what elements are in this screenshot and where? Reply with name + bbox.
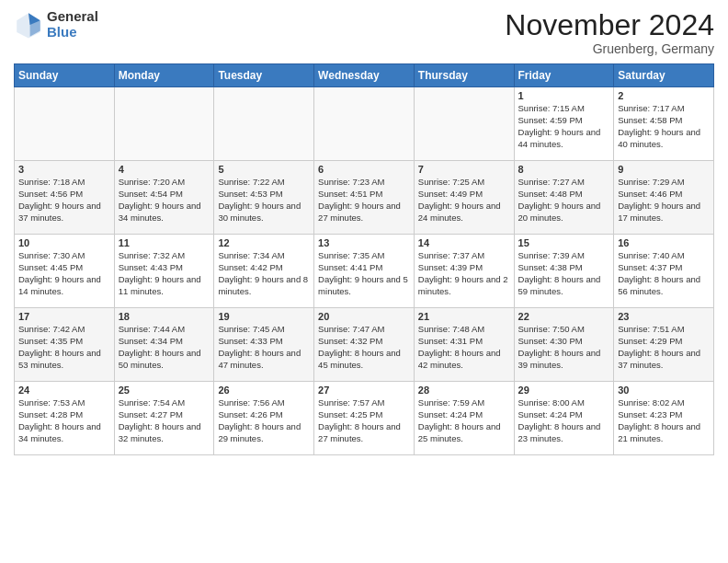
day-number: 18 [119, 311, 210, 322]
table-row: 21Sunrise: 7:48 AM Sunset: 4:31 PM Dayli… [414, 308, 514, 382]
day-info: Sunrise: 7:44 AM Sunset: 4:34 PM Dayligh… [119, 324, 210, 371]
table-row: 25Sunrise: 7:54 AM Sunset: 4:27 PM Dayli… [114, 382, 214, 455]
day-info: Sunrise: 7:50 AM Sunset: 4:30 PM Dayligh… [518, 324, 610, 371]
col-monday: Monday [114, 64, 214, 87]
day-number: 29 [518, 385, 610, 396]
table-row: 19Sunrise: 7:45 AM Sunset: 4:33 PM Dayli… [214, 308, 314, 382]
day-info: Sunrise: 7:17 AM Sunset: 4:58 PM Dayligh… [618, 103, 710, 150]
day-info: Sunrise: 7:32 AM Sunset: 4:43 PM Dayligh… [119, 250, 210, 297]
table-row [314, 87, 415, 161]
day-info: Sunrise: 7:51 AM Sunset: 4:29 PM Dayligh… [618, 324, 710, 371]
day-number: 20 [318, 311, 410, 322]
day-number: 15 [518, 237, 610, 248]
table-row: 30Sunrise: 8:02 AM Sunset: 4:23 PM Dayli… [614, 382, 714, 455]
col-thursday: Thursday [414, 64, 514, 87]
table-row: 8Sunrise: 7:27 AM Sunset: 4:48 PM Daylig… [514, 161, 614, 235]
day-info: Sunrise: 7:56 AM Sunset: 4:26 PM Dayligh… [218, 397, 310, 444]
day-number: 12 [218, 237, 310, 248]
table-row: 17Sunrise: 7:42 AM Sunset: 4:35 PM Dayli… [15, 308, 115, 382]
table-row: 26Sunrise: 7:56 AM Sunset: 4:26 PM Dayli… [214, 382, 314, 455]
day-info: Sunrise: 7:15 AM Sunset: 4:59 PM Dayligh… [518, 103, 610, 150]
day-info: Sunrise: 7:25 AM Sunset: 4:49 PM Dayligh… [418, 177, 510, 224]
col-sunday: Sunday [15, 64, 115, 87]
day-info: Sunrise: 7:37 AM Sunset: 4:39 PM Dayligh… [418, 250, 510, 297]
day-info: Sunrise: 7:40 AM Sunset: 4:37 PM Dayligh… [618, 250, 710, 297]
logo-icon [14, 10, 43, 40]
calendar-week-row: 17Sunrise: 7:42 AM Sunset: 4:35 PM Dayli… [15, 308, 714, 382]
day-info: Sunrise: 7:23 AM Sunset: 4:51 PM Dayligh… [318, 177, 410, 224]
day-info: Sunrise: 7:59 AM Sunset: 4:24 PM Dayligh… [418, 397, 510, 444]
table-row: 18Sunrise: 7:44 AM Sunset: 4:34 PM Dayli… [114, 308, 214, 382]
day-number: 5 [218, 164, 310, 175]
month-title: November 2024 [505, 9, 714, 41]
table-row: 29Sunrise: 8:00 AM Sunset: 4:24 PM Dayli… [514, 382, 614, 455]
table-row: 28Sunrise: 7:59 AM Sunset: 4:24 PM Dayli… [414, 382, 514, 455]
day-info: Sunrise: 7:42 AM Sunset: 4:35 PM Dayligh… [18, 324, 110, 371]
day-number: 11 [119, 237, 210, 248]
day-info: Sunrise: 7:30 AM Sunset: 4:45 PM Dayligh… [18, 250, 110, 297]
table-row: 16Sunrise: 7:40 AM Sunset: 4:37 PM Dayli… [614, 235, 714, 308]
day-number: 7 [418, 164, 510, 175]
location-subtitle: Gruenberg, Germany [505, 41, 714, 56]
table-row: 6Sunrise: 7:23 AM Sunset: 4:51 PM Daylig… [314, 161, 415, 235]
day-info: Sunrise: 7:57 AM Sunset: 4:25 PM Dayligh… [318, 397, 410, 444]
day-number: 30 [618, 385, 710, 396]
col-friday: Friday [514, 64, 614, 87]
table-row: 7Sunrise: 7:25 AM Sunset: 4:49 PM Daylig… [414, 161, 514, 235]
table-row: 2Sunrise: 7:17 AM Sunset: 4:58 PM Daylig… [614, 87, 714, 161]
calendar-week-row: 3Sunrise: 7:18 AM Sunset: 4:56 PM Daylig… [15, 161, 714, 235]
day-number: 14 [418, 237, 510, 248]
calendar-header-row: Sunday Monday Tuesday Wednesday Thursday… [15, 64, 714, 87]
day-number: 17 [18, 311, 110, 322]
day-number: 28 [418, 385, 510, 396]
day-number: 24 [18, 385, 110, 396]
col-saturday: Saturday [614, 64, 714, 87]
table-row: 13Sunrise: 7:35 AM Sunset: 4:41 PM Dayli… [314, 235, 415, 308]
day-number: 3 [18, 164, 110, 175]
table-row [114, 87, 214, 161]
day-info: Sunrise: 7:54 AM Sunset: 4:27 PM Dayligh… [119, 397, 210, 444]
day-info: Sunrise: 8:02 AM Sunset: 4:23 PM Dayligh… [618, 397, 710, 444]
table-row [214, 87, 314, 161]
day-number: 9 [618, 164, 710, 175]
logo-text: General Blue [47, 9, 98, 40]
day-number: 26 [218, 385, 310, 396]
day-number: 2 [618, 90, 710, 101]
day-info: Sunrise: 7:22 AM Sunset: 4:53 PM Dayligh… [218, 177, 310, 224]
header: General Blue November 2024 Gruenberg, Ge… [14, 9, 714, 56]
table-row: 14Sunrise: 7:37 AM Sunset: 4:39 PM Dayli… [414, 235, 514, 308]
day-number: 19 [218, 311, 310, 322]
calendar-week-row: 24Sunrise: 7:53 AM Sunset: 4:28 PM Dayli… [15, 382, 714, 455]
logo-general: General [47, 9, 98, 25]
day-number: 13 [318, 237, 410, 248]
day-number: 8 [518, 164, 610, 175]
table-row: 22Sunrise: 7:50 AM Sunset: 4:30 PM Dayli… [514, 308, 614, 382]
table-row: 12Sunrise: 7:34 AM Sunset: 4:42 PM Dayli… [214, 235, 314, 308]
col-wednesday: Wednesday [314, 64, 415, 87]
table-row: 23Sunrise: 7:51 AM Sunset: 4:29 PM Dayli… [614, 308, 714, 382]
col-tuesday: Tuesday [214, 64, 314, 87]
day-number: 10 [18, 237, 110, 248]
table-row: 1Sunrise: 7:15 AM Sunset: 4:59 PM Daylig… [514, 87, 614, 161]
day-number: 22 [518, 311, 610, 322]
day-number: 1 [518, 90, 610, 101]
day-info: Sunrise: 7:29 AM Sunset: 4:46 PM Dayligh… [618, 177, 710, 224]
table-row: 24Sunrise: 7:53 AM Sunset: 4:28 PM Dayli… [15, 382, 115, 455]
day-info: Sunrise: 7:18 AM Sunset: 4:56 PM Dayligh… [18, 177, 110, 224]
day-info: Sunrise: 7:20 AM Sunset: 4:54 PM Dayligh… [119, 177, 210, 224]
page: General Blue November 2024 Gruenberg, Ge… [0, 0, 728, 563]
table-row: 9Sunrise: 7:29 AM Sunset: 4:46 PM Daylig… [614, 161, 714, 235]
day-number: 23 [618, 311, 710, 322]
table-row [414, 87, 514, 161]
day-number: 27 [318, 385, 410, 396]
day-info: Sunrise: 7:53 AM Sunset: 4:28 PM Dayligh… [18, 397, 110, 444]
day-info: Sunrise: 8:00 AM Sunset: 4:24 PM Dayligh… [518, 397, 610, 444]
table-row: 5Sunrise: 7:22 AM Sunset: 4:53 PM Daylig… [214, 161, 314, 235]
day-number: 6 [318, 164, 410, 175]
calendar-week-row: 1Sunrise: 7:15 AM Sunset: 4:59 PM Daylig… [15, 87, 714, 161]
day-info: Sunrise: 7:45 AM Sunset: 4:33 PM Dayligh… [218, 324, 310, 371]
day-info: Sunrise: 7:35 AM Sunset: 4:41 PM Dayligh… [318, 250, 410, 297]
calendar-week-row: 10Sunrise: 7:30 AM Sunset: 4:45 PM Dayli… [15, 235, 714, 308]
table-row: 4Sunrise: 7:20 AM Sunset: 4:54 PM Daylig… [114, 161, 214, 235]
day-number: 25 [119, 385, 210, 396]
